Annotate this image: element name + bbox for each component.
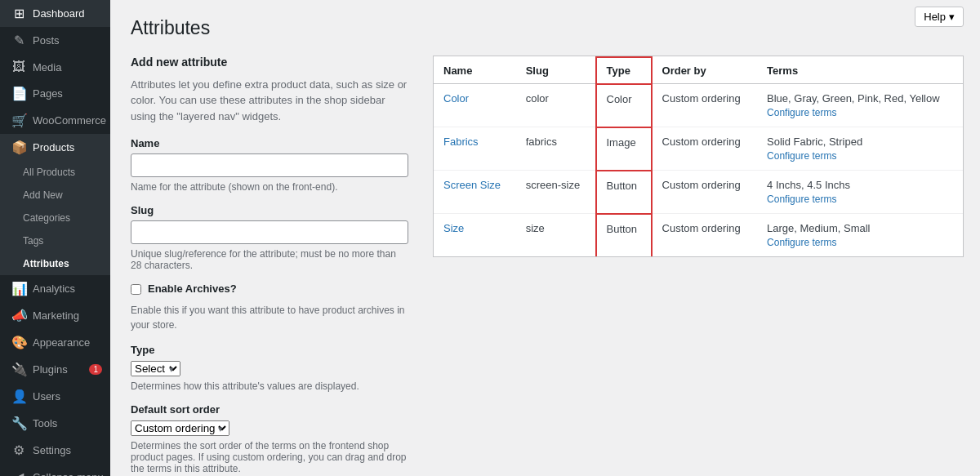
sidebar-item-label: Analytics <box>33 282 75 295</box>
enable-archives-field: Enable Archives? <box>131 282 408 295</box>
cell-type: Image <box>596 127 652 171</box>
media-icon: 🖼 <box>11 60 26 74</box>
submenu-label: Tags <box>23 235 43 247</box>
configure-terms-link[interactable]: Configure terms <box>767 194 953 205</box>
pages-icon: 📄 <box>11 86 26 101</box>
sidebar-item-add-new[interactable]: Add New <box>0 184 110 207</box>
cell-terms: Large, Medium, SmallConfigure terms <box>757 214 963 257</box>
type-label: Type <box>131 344 408 356</box>
sidebar-item-plugins[interactable]: 🔌 Plugins 1 <box>0 356 110 383</box>
plugins-badge: 1 <box>89 364 102 375</box>
sidebar-item-woocommerce[interactable]: 🛒 WooCommerce <box>0 107 110 134</box>
sidebar-item-label: Users <box>33 390 60 403</box>
submenu-label: Categories <box>23 212 70 224</box>
sidebar-item-tags[interactable]: Tags <box>0 229 110 252</box>
sidebar-item-media[interactable]: 🖼 Media <box>0 54 110 80</box>
add-attribute-form: Add new attribute Attributes let you def… <box>131 56 408 476</box>
products-icon: 📦 <box>11 140 26 155</box>
name-field: Name Name for the attribute (shown on th… <box>131 137 408 193</box>
page-title: Attributes <box>131 16 964 41</box>
sidebar-item-label: Appearance <box>33 336 90 349</box>
sidebar-item-label: Settings <box>33 444 71 456</box>
attributes-table-wrapper: Name Slug Type Order by Terms Colorcolor… <box>433 56 964 258</box>
dashboard-icon: ⊞ <box>11 6 26 21</box>
table-row: FabricsfabricsImageCustom orderingSolid … <box>434 127 963 171</box>
cell-type: Button <box>596 214 652 257</box>
products-submenu: All Products Add New Categories Tags Att… <box>0 161 110 275</box>
sidebar-item-tools[interactable]: 🔧 Tools <box>0 410 110 437</box>
cell-name: Screen Size <box>434 171 516 214</box>
tools-icon: 🔧 <box>11 416 26 431</box>
sidebar-item-marketing[interactable]: 📣 Marketing <box>0 302 110 329</box>
col-orderby-header: Order by <box>652 57 758 84</box>
sidebar-item-appearance[interactable]: 🎨 Appearance <box>0 329 110 356</box>
slug-desc: Unique slug/reference for the attribute;… <box>131 248 408 271</box>
sidebar-item-label: Pages <box>33 87 63 100</box>
cell-name: Size <box>434 214 516 257</box>
configure-terms-link[interactable]: Configure terms <box>767 237 953 248</box>
sidebar-item-users[interactable]: 👤 Users <box>0 383 110 410</box>
sidebar-item-settings[interactable]: ⚙ Settings <box>0 437 110 464</box>
form-title: Add new attribute <box>131 56 408 69</box>
type-select-wrapper: Select Text Color Image Button <box>131 361 180 376</box>
cell-slug: screen-size <box>516 171 596 214</box>
cell-orderby: Custom ordering <box>652 84 758 127</box>
enable-archives-desc: Enable this if you want this attribute t… <box>131 303 408 332</box>
appearance-icon: 🎨 <box>11 335 26 350</box>
type-desc: Determines how this attribute's values a… <box>131 380 408 392</box>
cell-terms: Solid Fabric, StripedConfigure terms <box>757 127 963 171</box>
table-head: Name Slug Type Order by Terms <box>434 57 963 84</box>
sidebar-item-attributes[interactable]: Attributes <box>0 252 110 275</box>
marketing-icon: 📣 <box>11 308 26 323</box>
sidebar-item-categories[interactable]: Categories <box>0 207 110 229</box>
sidebar-item-products[interactable]: 📦 Products <box>0 134 110 161</box>
attribute-name-link[interactable]: Screen Size <box>443 179 501 191</box>
cell-slug: size <box>516 214 596 257</box>
sidebar-item-analytics[interactable]: 📊 Analytics <box>0 275 110 302</box>
help-label: Help <box>924 11 946 23</box>
help-button[interactable]: Help ▾ <box>915 7 964 27</box>
submenu-label: All Products <box>23 167 75 178</box>
plugins-icon: 🔌 <box>11 362 26 377</box>
name-desc: Name for the attribute (shown on the fro… <box>131 181 408 193</box>
attribute-name-link[interactable]: Fabrics <box>443 136 479 148</box>
sort-order-select[interactable]: Custom ordering Name Name (numeric) Term… <box>131 420 229 436</box>
sidebar-item-all-products[interactable]: All Products <box>0 161 110 184</box>
sidebar-item-label: Tools <box>33 417 57 429</box>
enable-archives-checkbox[interactable] <box>131 284 141 295</box>
slug-input[interactable] <box>131 220 408 244</box>
col-terms-header: Terms <box>757 57 963 84</box>
configure-terms-link[interactable]: Configure terms <box>767 107 953 118</box>
analytics-icon: 📊 <box>11 281 26 296</box>
attribute-name-link[interactable]: Size <box>443 222 464 234</box>
table-row: SizesizeButtonCustom orderingLarge, Medi… <box>434 214 963 257</box>
type-select[interactable]: Select Text Color Image Button <box>131 361 180 376</box>
cell-type: Button <box>596 171 652 214</box>
sidebar-item-posts[interactable]: ✎ Posts <box>0 27 110 54</box>
sidebar-item-dashboard[interactable]: ⊞ Dashboard <box>0 0 110 27</box>
sidebar-item-pages[interactable]: 📄 Pages <box>0 80 110 107</box>
col-name-header: Name <box>434 57 516 84</box>
name-input[interactable] <box>131 153 408 177</box>
form-description: Attributes let you define extra product … <box>131 77 408 125</box>
type-field: Type Select Text Color Image Button Dete… <box>131 344 408 392</box>
submenu-label: Add New <box>23 189 63 201</box>
configure-terms-link[interactable]: Configure terms <box>767 150 953 162</box>
sidebar-collapse-button[interactable]: ◀ Collapse menu <box>0 464 110 476</box>
col-slug-header: Slug <box>516 57 596 84</box>
main-content: Help ▾ Attributes Add new attribute Attr… <box>110 0 980 476</box>
sidebar-item-label: Plugins <box>33 363 68 376</box>
cell-terms: Blue, Gray, Green, Pink, Red, YellowConf… <box>757 84 963 127</box>
sidebar: ⊞ Dashboard ✎ Posts 🖼 Media 📄 Pages 🛒 Wo… <box>0 0 110 476</box>
sidebar-item-label: Products <box>33 141 74 153</box>
attribute-name-link[interactable]: Color <box>443 92 469 105</box>
col-type-header: Type <box>596 57 652 84</box>
cell-terms: 4 Inchs, 4.5 InchsConfigure terms <box>757 171 963 214</box>
table-row: Screen Sizescreen-sizeButtonCustom order… <box>434 171 963 214</box>
users-icon: 👤 <box>11 389 26 404</box>
attributes-table: Name Slug Type Order by Terms Colorcolor… <box>434 56 963 257</box>
sort-select-wrapper: Custom ordering Name Name (numeric) Term… <box>131 420 229 436</box>
content-layout: Add new attribute Attributes let you def… <box>131 56 964 476</box>
table-row: ColorcolorColorCustom orderingBlue, Gray… <box>434 84 963 127</box>
cell-orderby: Custom ordering <box>652 214 758 257</box>
